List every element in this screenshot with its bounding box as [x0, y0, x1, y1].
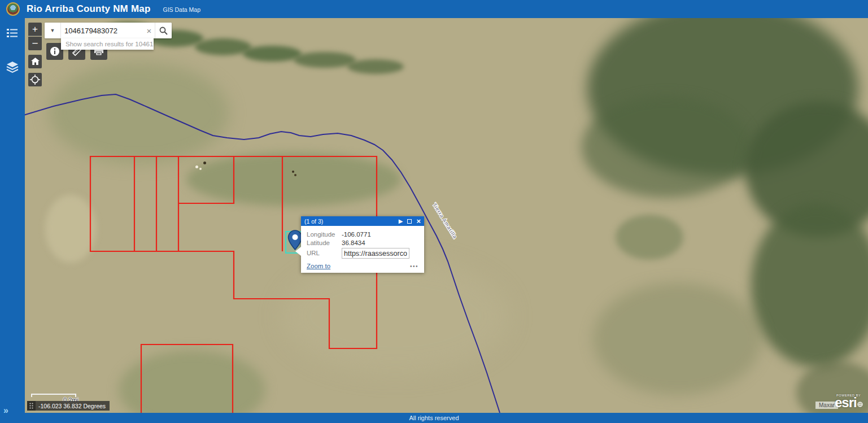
search-input[interactable] — [61, 23, 143, 38]
map-canvas[interactable] — [25, 18, 868, 413]
locate-button[interactable] — [28, 73, 42, 86]
url-field[interactable] — [342, 248, 409, 259]
page-title: Rio Arriba County NM Map — [27, 3, 151, 15]
layers-icon[interactable] — [5, 60, 20, 76]
crosshair-icon — [30, 75, 40, 85]
globe-icon — [857, 402, 863, 407]
mouse-position-icon[interactable] — [27, 401, 36, 411]
field-label: Latitude — [307, 239, 342, 246]
page-subtitle: GIS Data Map — [163, 6, 201, 13]
coordinate-readout: -106.023 36.832 Degrees — [27, 401, 110, 411]
building-dot — [292, 171, 294, 173]
dock-icon[interactable] — [407, 219, 412, 224]
field-label: Longitude — [307, 231, 342, 238]
zoom-in-button[interactable]: + — [28, 23, 42, 36]
search-source-dropdown[interactable]: ▼ — [45, 23, 61, 38]
popup-body: Longitude -106.0771 Latitude 36.8434 URL… — [301, 226, 424, 273]
next-feature-icon[interactable]: ▶ — [399, 219, 403, 224]
building-dot — [294, 174, 296, 176]
footer-text: All rights reserved — [409, 415, 459, 421]
app-header: Rio Arriba County NM Map GIS Data Map — [0, 0, 868, 18]
field-label: URL — [307, 248, 342, 259]
longitude-value: -106.0771 — [342, 231, 371, 238]
close-icon[interactable]: × — [416, 219, 421, 224]
search-button[interactable] — [155, 23, 172, 38]
sidebar: » — [0, 18, 25, 413]
clear-search-icon[interactable]: × — [143, 23, 155, 38]
legend-icon[interactable] — [5, 26, 20, 42]
footer-bar: All rights reserved — [0, 413, 868, 423]
search-suggestion-item[interactable]: Show search results for 10461... — [61, 38, 154, 50]
feature-popup: (1 of 3) ▶ × Longitude -106.0771 Latitud… — [301, 216, 424, 273]
home-icon — [31, 58, 40, 66]
building-dot — [195, 165, 198, 168]
home-extent-button[interactable] — [28, 55, 42, 68]
popup-header[interactable]: (1 of 3) ▶ × — [301, 216, 424, 226]
info-icon — [50, 46, 60, 56]
county-seal-logo — [6, 2, 20, 16]
coordinates-text: -106.023 36.832 Degrees — [38, 403, 106, 409]
zoom-out-button[interactable]: − — [28, 37, 42, 50]
popup-pointer — [295, 247, 301, 256]
esri-logo[interactable]: POWERED BY esri — [835, 394, 863, 409]
popup-counter: (1 of 3) — [304, 218, 394, 225]
more-options-icon[interactable]: ••• — [410, 263, 418, 269]
search-icon — [159, 27, 168, 35]
esri-wordmark: esri — [835, 395, 857, 410]
zoom-to-link[interactable]: Zoom to — [307, 263, 410, 269]
building-dot — [199, 168, 202, 170]
search-widget: ▼ × — [45, 23, 172, 38]
building-dot — [203, 162, 206, 164]
latitude-value: 36.8434 — [342, 239, 365, 246]
